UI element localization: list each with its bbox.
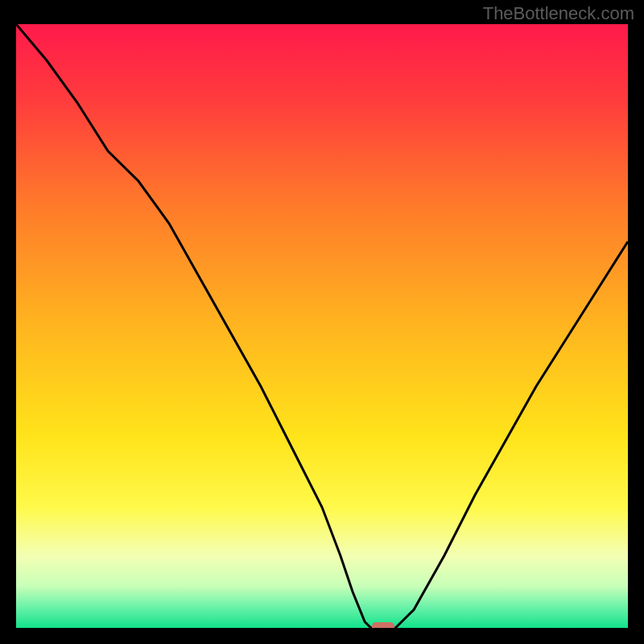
- chart-svg: [16, 24, 628, 628]
- chart-canvas: [16, 24, 628, 628]
- gradient-background: [16, 24, 628, 628]
- watermark-text: TheBottleneck.com: [483, 3, 634, 24]
- optimal-marker: [372, 622, 394, 628]
